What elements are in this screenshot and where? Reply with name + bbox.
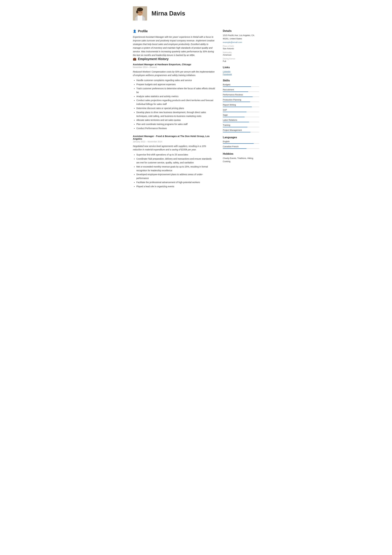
skills-heading: Skills [223,79,259,82]
skill-item: Sage [223,114,259,117]
skill-name: Report Writing [223,104,259,106]
list-item: Analyze sales statistics and activity me… [136,95,215,98]
hobbies-heading: Hobbies [223,152,259,155]
skill-bar-background [223,117,259,117]
job-title: Assistant Manager - Food & Beverages at … [133,135,215,140]
skill-item: Production Planning [223,99,259,102]
link-item[interactable]: Facebook [223,73,259,75]
left-column: 👤 Profile Experienced Assistant Manager … [133,29,215,193]
language-item: Canadian French [223,145,259,149]
driving-license-value: Full [223,60,259,62]
job-dates: November 2014 – Present [133,66,215,68]
list-item: Played a lead role in organizing events [136,185,215,189]
svg-point-5 [136,10,138,14]
skill-bar-background [223,127,259,127]
skill-bar-fill [223,112,247,112]
job-block: Assistant Manager at Hardware Emporium, … [133,63,215,130]
list-item: Track customer preferences to determine … [136,87,215,94]
list-item: Develop plans to drive new business deve… [136,111,215,118]
job-bullets: Supervise first-shift operations of up t… [136,153,215,188]
skill-bar-fill [223,96,253,97]
nationality-value: American [223,54,259,56]
skill-bar-fill [223,102,250,102]
employment-section-title: 💼 Employment History [133,57,215,61]
list-item: Plan and coordinate training programs fo… [136,123,215,126]
list-item: Developed employee-improvement plans to … [136,173,215,180]
list-item: Supervise first-shift operations of up t… [136,153,215,157]
skill-name: SAP [223,109,259,111]
languages-heading: Languages [223,136,259,139]
list-item: Allocate sales territories and set sales… [136,118,215,122]
right-column: Details 1515 Pacific Ave, Los Angeles, C… [223,29,259,193]
header: Mirna Davis [133,6,259,24]
hobbies-text: Charity Events, Triathlons, Hiking, Cook… [223,157,259,163]
language-bar-fill [223,148,247,149]
profile-text: Experienced Assistant Manager with ten y… [133,35,215,57]
list-item: Met or exceeded monthly revenue goals by… [136,165,215,173]
job-block: Assistant Manager - Food & Beverages at … [133,135,215,189]
skill-bar-fill [223,91,248,92]
job-summary: Negotiated new service level agreements … [133,144,215,152]
profile-icon: 👤 [133,29,136,33]
skill-bar-background [223,122,259,122]
links-container: LinkedinFacebook [223,70,259,75]
skill-bar-background [223,96,259,97]
job-bullets: Handle customer complaints regarding sal… [136,79,215,130]
link-item[interactable]: Linkedin [223,70,259,73]
skills-container: BudgetsRecruitmentPerformance ReviewsPro… [223,83,259,132]
list-item: Conduct Performance Reviews [136,127,215,130]
details-email: example@email.com [223,41,259,44]
skill-item: Report Writing [223,104,259,107]
skills-section: Skills BudgetsRecruitmentPerformance Rev… [223,79,259,132]
language-bar-background [223,148,259,149]
language-item: English [223,140,259,144]
skill-item: Labor Relations [223,119,259,122]
skill-bar-fill [223,107,252,107]
svg-rect-2 [138,15,142,21]
avatar [133,6,147,21]
skill-name: Sage [223,114,259,116]
place-of-birth-label: Place of birth [223,45,259,47]
profile-section-title: 👤 Profile [133,29,215,33]
skill-item: Training [223,124,259,127]
links-heading: Links [223,66,259,69]
profile-section: 👤 Profile Experienced Assistant Manager … [133,29,215,57]
skill-bar-background [223,102,259,102]
list-item: Coordinate F&B preparation, delivery and… [136,157,215,165]
list-item: Facilitate the professional advancement … [136,181,215,184]
jobs-container: Assistant Manager at Hardware Emporium, … [133,63,215,189]
skill-bar-background [223,91,259,92]
list-item: Conduct sales projections regarding prod… [136,99,215,106]
skill-name: Labor Relations [223,119,259,121]
skill-name: Project Management [223,129,259,131]
details-section: Details 1515 Pacific Ave, Los Angeles, C… [223,29,259,62]
skill-bar-background [223,132,259,132]
details-address: 1515 Pacific Ave, Los Angeles, CA 90291,… [223,34,259,40]
employment-icon: 💼 [133,57,136,61]
skill-name: Performance Reviews [223,94,259,96]
svg-point-4 [137,7,143,11]
skill-item: Project Management [223,129,259,132]
language-bar-background [223,143,259,144]
svg-point-7 [141,12,142,13]
main-layout: 👤 Profile Experienced Assistant Manager … [133,29,259,193]
language-name: English [223,140,259,143]
skill-bar-fill [223,87,251,87]
job-dates: January 2013 – November 2014 [133,140,215,143]
job-title: Assistant Manager at Hardware Emporium, … [133,63,215,66]
list-item: Determine discount rates or special pric… [136,107,215,110]
place-of-birth-value: San Antonio [223,47,259,50]
skill-name: Training [223,124,259,126]
svg-point-6 [138,12,139,13]
details-heading: Details [223,29,259,33]
list-item: Handle customer complaints regarding sal… [136,79,215,82]
skill-bar-fill [223,132,250,132]
skill-bar-fill [223,117,245,117]
skill-item: Performance Reviews [223,94,259,97]
hobbies-section: Hobbies Charity Events, Triathlons, Hiki… [223,152,259,163]
languages-container: EnglishCanadian French [223,140,259,149]
driving-license-label: Driving license [223,58,259,60]
skill-bar-background [223,107,259,107]
nationality-label: Nationality [223,51,259,54]
skill-bar-background [223,87,259,87]
